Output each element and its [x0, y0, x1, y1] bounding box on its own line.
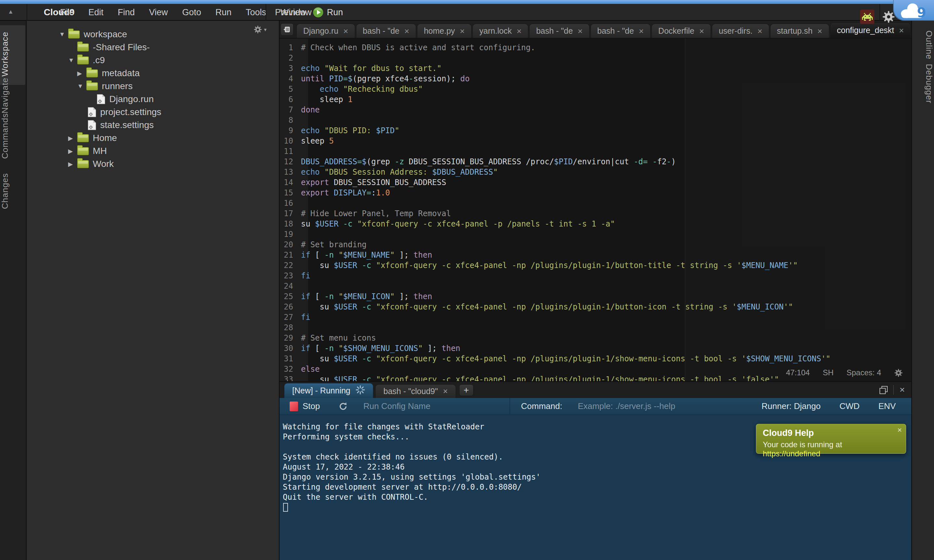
tree-item-work[interactable]: ▶Work: [26, 157, 279, 171]
new-console-tab-button[interactable]: +: [459, 385, 473, 396]
editor-tab-bash-de[interactable]: bash - "de×: [356, 24, 416, 38]
tab-list-button[interactable]: [281, 23, 293, 35]
tree-collapse-arrow-icon[interactable]: ▶: [77, 70, 86, 77]
cursor-position[interactable]: 47:104: [786, 368, 810, 377]
preview-button[interactable]: Preview: [275, 4, 306, 21]
restore-panel-icon[interactable]: [880, 386, 887, 394]
command-input[interactable]: Example: ./server.js --help: [578, 401, 675, 411]
run-config-name-input[interactable]: Run Config Name: [364, 401, 441, 411]
close-icon[interactable]: ×: [578, 27, 583, 35]
tree-collapse-arrow-icon[interactable]: ▶: [68, 148, 77, 155]
file-tree: ▼workspace-Shared Files-▼.c9▶metadata▼ru…: [26, 28, 279, 171]
menu-goto[interactable]: Goto: [182, 8, 201, 17]
sidebar-tab-outline[interactable]: Outline: [912, 32, 934, 58]
line-number: 31: [279, 354, 301, 364]
runner-selector[interactable]: Runner: Django: [761, 401, 820, 411]
editor-tab-yarn-lock[interactable]: yarn.lock×: [473, 24, 528, 38]
tree-item-project-settings[interactable]: project.settings: [26, 106, 279, 118]
close-icon[interactable]: ×: [757, 27, 762, 35]
tree-item-metadata[interactable]: ▶metadata: [26, 67, 279, 80]
editor-tab-dockerfile[interactable]: Dockerfile×: [652, 24, 711, 38]
sidebar-tab-workspace[interactable]: Workspace: [0, 33, 26, 75]
code-token: "Rechecking dbus": [343, 85, 423, 94]
menu-find[interactable]: Find: [118, 8, 135, 17]
console-tab-bash-cloud9-[interactable]: bash - "cloud9"×: [375, 385, 456, 398]
report-bug-button[interactable]: [860, 10, 874, 24]
code-token: [357, 302, 362, 311]
code-token: "Wait for dbus to start.": [324, 64, 441, 73]
tree-expand-arrow-icon[interactable]: ▼: [77, 83, 86, 90]
editor-tab-django-ru[interactable]: Django.ru×: [296, 24, 355, 38]
sidebar-tab-navigate[interactable]: Navigate: [0, 83, 26, 108]
close-icon[interactable]: ×: [443, 387, 448, 396]
close-icon[interactable]: ×: [817, 27, 822, 35]
notification-title: Cloud9 Help: [763, 428, 899, 438]
cwd-button[interactable]: CWD: [839, 401, 859, 411]
run-button[interactable]: Run: [313, 4, 343, 21]
close-icon[interactable]: ×: [343, 27, 348, 35]
editor-tab-bash-de[interactable]: bash - "de×: [529, 24, 589, 38]
close-icon[interactable]: ×: [516, 27, 521, 35]
close-icon[interactable]: ×: [899, 26, 904, 35]
editor-tab-bash-de[interactable]: bash - "de×: [590, 24, 650, 38]
editor-tab-user-dirs-[interactable]: user-dirs.×: [712, 24, 769, 38]
close-icon[interactable]: ×: [699, 27, 704, 35]
close-panel-icon[interactable]: ×: [900, 385, 905, 394]
tree-item--shared-files-[interactable]: -Shared Files-: [26, 41, 279, 54]
code-token: -: [652, 157, 657, 166]
menu-file[interactable]: File: [60, 8, 74, 17]
collapse-panel-icon[interactable]: ▲: [8, 8, 14, 15]
env-button[interactable]: ENV: [879, 401, 896, 411]
syntax-mode[interactable]: SH: [823, 368, 834, 377]
terminal-line: Quit the server with CONTROL-C.: [283, 492, 911, 502]
spinner-icon: [355, 385, 365, 397]
menu-edit[interactable]: Edit: [89, 8, 104, 17]
tree-item-runners[interactable]: ▼runners: [26, 80, 279, 93]
tree-item-label: -Shared Files-: [93, 42, 150, 52]
code-editor[interactable]: 1# Check when DBUS is active and start c…: [279, 38, 911, 381]
close-icon[interactable]: ×: [639, 27, 644, 35]
command-label: Command:: [521, 401, 563, 411]
tree-item-django-run[interactable]: Django.run: [26, 93, 279, 106]
tree-item-label: Django.run: [109, 94, 154, 105]
sidebar-tab-changes[interactable]: Changes: [0, 178, 26, 203]
menu-run[interactable]: Run: [215, 8, 231, 17]
line-number: 21: [279, 250, 301, 260]
menu-tools[interactable]: Tools: [246, 8, 266, 17]
close-icon[interactable]: ×: [460, 27, 465, 35]
code-token: '": [783, 302, 793, 311]
spaces-setting[interactable]: Spaces: 4: [846, 368, 881, 377]
console-tab--new-running[interactable]: [New] - Running: [284, 383, 373, 398]
notification-close-icon[interactable]: ×: [897, 426, 902, 434]
code-token: echo: [301, 64, 320, 73]
folder-icon: [77, 160, 89, 168]
tree-item--c9[interactable]: ▼.c9: [26, 54, 279, 67]
tree-item-workspace[interactable]: ▼workspace: [26, 28, 279, 41]
status-gear-icon[interactable]: [894, 368, 903, 377]
tree-item-label: project.settings: [100, 107, 161, 117]
tree-collapse-arrow-icon[interactable]: ▶: [68, 134, 77, 142]
code-token: ": [390, 251, 395, 260]
tree-item-label: metadata: [102, 68, 140, 78]
notification-link[interactable]: https://undefined: [763, 449, 820, 458]
menu-view[interactable]: View: [149, 8, 168, 17]
line-number: 1: [279, 43, 301, 53]
tree-item-state-settings[interactable]: state.settings: [26, 118, 279, 132]
editor-tab-home-py[interactable]: home.py×: [417, 24, 472, 38]
sidebar-tab-debugger[interactable]: Debugger: [912, 68, 934, 99]
restart-icon[interactable]: [338, 402, 348, 411]
code-token: DBUS_ADDRESS: [301, 157, 357, 166]
stop-button[interactable]: [290, 402, 298, 411]
sidebar-tab-commands[interactable]: Commands: [0, 122, 26, 150]
tree-expand-arrow-icon[interactable]: ▼: [59, 31, 68, 38]
tree-item-home[interactable]: ▶Home: [26, 132, 279, 145]
tree-collapse-arrow-icon[interactable]: ▶: [68, 160, 77, 168]
stop-button-label[interactable]: Stop: [302, 401, 320, 411]
code-token: ];: [395, 292, 413, 301]
tree-expand-arrow-icon[interactable]: ▼: [68, 57, 77, 64]
tree-item-mh[interactable]: ▶MH: [26, 145, 279, 157]
close-icon[interactable]: ×: [404, 27, 409, 35]
editor-tab-configure-deskt[interactable]: configure_deskt×: [830, 22, 911, 38]
code-token: ": [339, 292, 343, 301]
editor-tab-startup-sh[interactable]: startup.sh×: [770, 24, 829, 38]
